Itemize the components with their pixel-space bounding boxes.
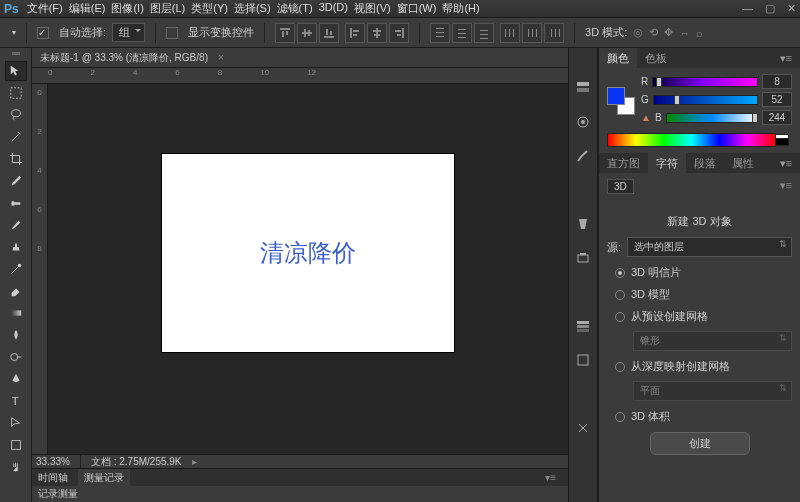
auto-select-checkbox[interactable] — [37, 27, 49, 39]
menu-file[interactable]: 文件(F) — [27, 1, 63, 16]
tab-paragraph[interactable]: 段落 — [686, 153, 724, 174]
menu-view[interactable]: 视图(V) — [354, 1, 391, 16]
g-value[interactable]: 52 — [762, 92, 792, 107]
tab-timeline[interactable]: 时间轴 — [38, 471, 68, 485]
radio-model-row[interactable]: 3D 模型 — [607, 287, 792, 302]
tools-grip[interactable] — [12, 52, 20, 55]
move-tool[interactable] — [5, 61, 27, 81]
eraser-tool[interactable] — [5, 281, 27, 301]
tab-swatches[interactable]: 色板 — [637, 48, 675, 69]
color-spectrum[interactable] — [607, 133, 776, 147]
dodge-tool[interactable] — [5, 347, 27, 367]
eyedropper-tool[interactable] — [5, 171, 27, 191]
clone-source-icon[interactable] — [573, 248, 593, 268]
gradient-tool[interactable] — [5, 303, 27, 323]
tool-presets-icon[interactable] — [573, 418, 593, 438]
create-button[interactable]: 创建 — [650, 432, 750, 455]
char-panel-menu-icon[interactable]: ▾≡ — [772, 154, 800, 173]
align-right-icon[interactable] — [389, 23, 409, 43]
auto-select-dropdown[interactable]: 组 — [112, 23, 145, 42]
dist-left-icon[interactable] — [500, 23, 520, 43]
radio-volume-row[interactable]: 3D 体积 — [607, 409, 792, 424]
tab-character[interactable]: 字符 — [648, 153, 686, 174]
menu-edit[interactable]: 编辑(E) — [69, 1, 106, 16]
r-slider[interactable] — [652, 77, 758, 87]
radio-postcard[interactable] — [615, 268, 625, 278]
brush-panel-icon[interactable] — [573, 146, 593, 166]
marquee-tool[interactable] — [5, 83, 27, 103]
status-arrow-icon[interactable]: ▸ — [192, 456, 197, 467]
radio-depth-row[interactable]: 从深度映射创建网格 — [607, 359, 792, 374]
g-slider[interactable] — [653, 95, 758, 105]
shape-tool[interactable] — [5, 435, 27, 455]
menu-window[interactable]: 窗口(W) — [397, 1, 437, 16]
history-brush-tool[interactable] — [5, 259, 27, 279]
ruler-vertical[interactable]: 02468 — [32, 84, 48, 454]
hand-tool[interactable] — [5, 457, 27, 477]
menu-layer[interactable]: 图层(L) — [150, 1, 185, 16]
menu-image[interactable]: 图像(I) — [111, 1, 143, 16]
panel-3d-menu-icon[interactable]: ▾≡ — [780, 179, 792, 192]
radio-depth[interactable] — [615, 362, 625, 372]
align-bottom-icon[interactable] — [319, 23, 339, 43]
align-vcenter-icon[interactable] — [297, 23, 317, 43]
tab-properties[interactable]: 属性 — [724, 153, 762, 174]
ruler-horizontal[interactable]: 024681012 — [32, 68, 568, 84]
dist-vcenter-icon[interactable] — [452, 23, 472, 43]
actions-panel-icon[interactable] — [573, 112, 593, 132]
slide-icon[interactable]: ↔ — [679, 27, 690, 39]
blur-tool[interactable] — [5, 325, 27, 345]
radio-model[interactable] — [615, 290, 625, 300]
document-size[interactable]: 文档 : 2.75M/255.9K — [91, 455, 182, 469]
bottom-panel-menu-icon[interactable]: ▾≡ — [539, 472, 562, 483]
menu-help[interactable]: 帮助(H) — [442, 1, 479, 16]
menu-filter[interactable]: 滤镜(T) — [277, 1, 313, 16]
roll-icon[interactable]: ⟲ — [649, 26, 658, 39]
pan-icon[interactable]: ✥ — [664, 26, 673, 39]
clone-stamp-tool[interactable] — [5, 237, 27, 257]
panel-3d-button[interactable]: 3D — [607, 179, 634, 194]
canvas-stage[interactable]: 清凉降价 — [48, 84, 568, 454]
document-tab[interactable]: 未标题-1 @ 33.3% (清凉降价, RGB/8) × — [32, 48, 568, 68]
crop-tool[interactable] — [5, 149, 27, 169]
menu-select[interactable]: 选择(S) — [234, 1, 271, 16]
zoom-level[interactable]: 33.33% — [36, 456, 70, 467]
radio-postcard-row[interactable]: 3D 明信片 — [607, 265, 792, 280]
layers-panel-icon[interactable] — [573, 316, 593, 336]
tab-histogram[interactable]: 直方图 — [599, 153, 648, 174]
maximize-button[interactable]: ▢ — [765, 2, 775, 15]
foreground-color-swatch[interactable] — [607, 87, 625, 105]
color-swatches[interactable] — [607, 87, 635, 115]
close-button[interactable]: ✕ — [787, 2, 796, 15]
dist-bottom-icon[interactable] — [474, 23, 494, 43]
canvas[interactable]: 清凉降价 — [162, 154, 454, 352]
source-dropdown[interactable]: 选中的图层 — [627, 237, 792, 257]
brush-presets-icon[interactable] — [573, 214, 593, 234]
r-value[interactable]: 8 — [762, 74, 792, 89]
menu-type[interactable]: 类型(Y) — [191, 1, 228, 16]
record-measure-button[interactable]: 记录测量 — [38, 487, 78, 501]
type-tool[interactable]: T — [5, 391, 27, 411]
radio-volume[interactable] — [615, 412, 625, 422]
tab-measurement[interactable]: 测量记录 — [78, 469, 130, 487]
brush-tool[interactable] — [5, 215, 27, 235]
close-tab-icon[interactable]: × — [218, 52, 224, 63]
dist-top-icon[interactable] — [430, 23, 450, 43]
path-select-tool[interactable] — [5, 413, 27, 433]
pen-tool[interactable] — [5, 369, 27, 389]
tab-color[interactable]: 颜色 — [599, 48, 637, 69]
align-top-icon[interactable] — [275, 23, 295, 43]
menu-3d[interactable]: 3D(D) — [319, 1, 348, 16]
chevron-down-icon[interactable]: ▾ — [12, 28, 16, 37]
show-transform-checkbox[interactable] — [166, 27, 178, 39]
color-panel-menu-icon[interactable]: ▾≡ — [772, 49, 800, 68]
lasso-tool[interactable] — [5, 105, 27, 125]
magic-wand-tool[interactable] — [5, 127, 27, 147]
radio-preset-row[interactable]: 从预设创建网格 — [607, 309, 792, 324]
dist-right-icon[interactable] — [544, 23, 564, 43]
orbit-icon[interactable]: ◎ — [633, 26, 643, 39]
minimize-button[interactable]: — — [742, 2, 753, 15]
zoom-icon[interactable]: ⌕ — [696, 27, 703, 39]
healing-brush-tool[interactable] — [5, 193, 27, 213]
channels-panel-icon[interactable] — [573, 350, 593, 370]
